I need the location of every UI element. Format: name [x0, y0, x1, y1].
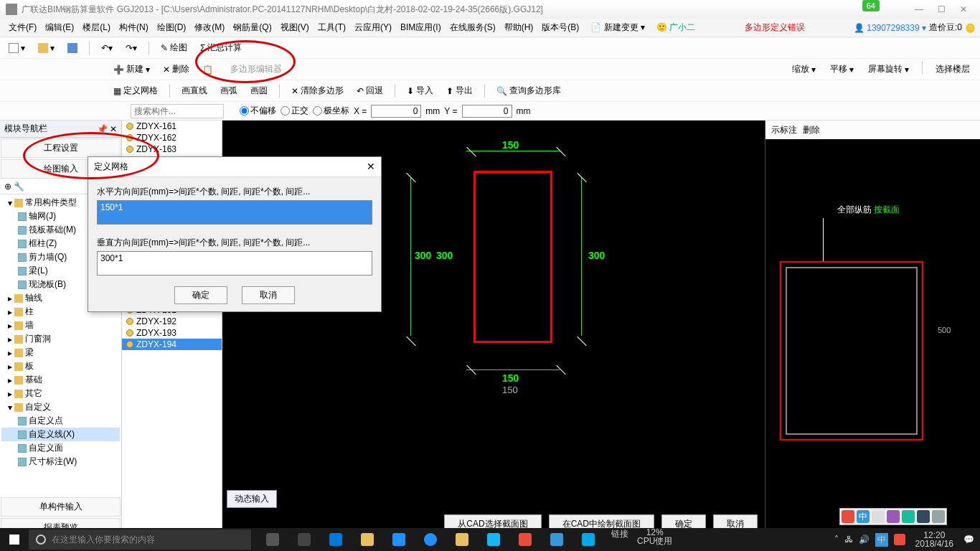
- tree-item[interactable]: ▸ 梁: [1, 346, 120, 359]
- tray-ime-icon[interactable]: 中: [875, 533, 888, 547]
- export-button[interactable]: ⬆ 导出: [442, 83, 477, 98]
- taskbar-search[interactable]: 在这里输入你要搜索的内容: [29, 529, 251, 550]
- draw-arc-button[interactable]: 画弧: [216, 83, 242, 98]
- dynamic-input-toggle[interactable]: 动态输入: [227, 490, 277, 508]
- maximize-button[interactable]: ☐: [938, 4, 946, 14]
- component-search[interactable]: [131, 104, 224, 118]
- cpu-meter[interactable]: 12% CPU使用: [637, 528, 672, 551]
- menu-item[interactable]: 在线服务(S): [446, 21, 500, 34]
- tb-explorer[interactable]: [448, 528, 476, 551]
- draw-line-button[interactable]: 画直线: [177, 83, 212, 98]
- ime-keyboard-icon[interactable]: [902, 510, 915, 523]
- tb-link[interactable]: 链接: [606, 528, 634, 551]
- tb-browser1[interactable]: [385, 528, 413, 551]
- tray-network-icon[interactable]: 🖧: [844, 534, 853, 545]
- y-input[interactable]: [462, 105, 512, 118]
- dialog-cancel-button[interactable]: 取消: [242, 286, 295, 304]
- query-polygon-button[interactable]: 🔍 查询多边形库: [492, 83, 565, 98]
- rotate-screen-button[interactable]: 屏幕旋转 ▾: [864, 62, 913, 77]
- ime-toolbar[interactable]: 中: [839, 508, 947, 525]
- zoom-button[interactable]: 缩放 ▾: [788, 62, 820, 77]
- menu-item[interactable]: 版本号(B): [537, 21, 583, 34]
- taskbar-clock[interactable]: 12:20 2018/4/16: [911, 531, 958, 548]
- tb-ie[interactable]: [416, 528, 445, 551]
- ime-punct-icon[interactable]: [872, 510, 885, 523]
- copy-icon[interactable]: 📋: [198, 63, 217, 76]
- clear-polygon-button[interactable]: ✕ 清除多边形: [287, 83, 348, 98]
- list-item[interactable]: ZDYX-193: [122, 327, 222, 339]
- account-id[interactable]: 👤 13907298339 ▾: [854, 23, 926, 33]
- menu-item[interactable]: 编辑(E): [41, 21, 78, 34]
- tb-folder[interactable]: [353, 528, 382, 551]
- menu-item[interactable]: 云应用(Y): [350, 21, 396, 34]
- menu-item[interactable]: 帮助(H): [500, 21, 538, 34]
- right-delete-button[interactable]: 删除: [803, 124, 820, 136]
- tree-item[interactable]: ▸ 门窗洞: [1, 332, 120, 346]
- tree-item[interactable]: ▸ 墙: [1, 319, 120, 332]
- open-file-button[interactable]: ▾: [34, 42, 59, 55]
- tree-item[interactable]: 自定义线(X): [1, 428, 120, 441]
- menu-item[interactable]: 视图(V): [276, 21, 314, 34]
- ime-cn-icon[interactable]: 中: [857, 510, 870, 523]
- menu-user[interactable]: 🙂 广小二: [652, 20, 699, 35]
- section-single-input[interactable]: 单构件输入: [1, 497, 121, 517]
- sub-new-button[interactable]: ➕ 新建 ▾: [109, 62, 154, 77]
- import-button[interactable]: ⬇ 导入: [402, 83, 438, 98]
- sogou-icon[interactable]: [842, 510, 854, 523]
- ime-emoji-icon[interactable]: [887, 510, 900, 523]
- no-offset-radio[interactable]: 不偏移: [240, 105, 276, 117]
- menu-item[interactable]: 楼层(L): [78, 21, 115, 34]
- menu-item[interactable]: 修改(M): [190, 21, 229, 34]
- list-item[interactable]: ZDYX-194: [122, 339, 222, 350]
- show-label-toggle[interactable]: 示标注: [771, 124, 797, 136]
- menu-item[interactable]: 绘图(D): [153, 21, 191, 34]
- x-input[interactable]: [371, 105, 421, 118]
- menu-item[interactable]: 构件(N): [115, 21, 153, 34]
- tree-item[interactable]: 自定义面: [1, 441, 120, 455]
- sub-delete-button[interactable]: ✕ 删除: [159, 62, 194, 77]
- tb-edge[interactable]: [321, 528, 350, 551]
- define-grid-button[interactable]: ▦ 定义网格: [109, 83, 162, 98]
- dialog-ok-button[interactable]: 确定: [174, 286, 227, 304]
- menu-new-change[interactable]: 📄 新建变更 ▾: [586, 20, 649, 35]
- tb-glodon[interactable]: [574, 528, 603, 551]
- list-item[interactable]: ZDYX-162: [122, 132, 222, 143]
- v-spacing-input[interactable]: [97, 251, 372, 276]
- pan-button[interactable]: 平移 ▾: [826, 62, 858, 77]
- start-button[interactable]: [0, 528, 29, 551]
- tree-item[interactable]: 自定义点: [1, 414, 120, 428]
- polar-radio[interactable]: 极坐标: [313, 105, 349, 117]
- tray-volume-icon[interactable]: 🔊: [859, 534, 870, 545]
- minimize-button[interactable]: —: [915, 4, 923, 14]
- menu-item[interactable]: 工具(T): [314, 21, 350, 34]
- tray-up-icon[interactable]: ˄: [834, 534, 839, 545]
- ime-user-icon[interactable]: [932, 510, 945, 523]
- undo-button[interactable]: ↶▾: [97, 42, 117, 55]
- system-tray[interactable]: ˄ 🖧 🔊 中 12:20 2018/4/16 💬: [829, 531, 980, 548]
- ime-settings-icon[interactable]: [917, 510, 930, 523]
- tray-sogou-icon[interactable]: [894, 534, 905, 545]
- menu-item[interactable]: 钢筋量(Q): [229, 21, 275, 34]
- list-item[interactable]: ZDYX-161: [122, 121, 222, 132]
- redo-button[interactable]: ↷▾: [121, 42, 141, 55]
- tb-app2[interactable]: [511, 528, 540, 551]
- new-file-button[interactable]: ▾: [4, 42, 29, 55]
- tree-item[interactable]: ▾ 自定义: [1, 400, 120, 414]
- tb-qq[interactable]: [479, 528, 508, 551]
- tree-item[interactable]: ▸ 其它: [1, 387, 120, 400]
- task-view-icon[interactable]: [258, 528, 287, 551]
- draw-toggle[interactable]: ✎ 绘图: [156, 40, 192, 55]
- ortho-radio[interactable]: 正交: [281, 105, 308, 117]
- menu-item[interactable]: 文件(F): [4, 21, 41, 34]
- action-center-icon[interactable]: 💬: [963, 534, 974, 545]
- select-floor-button[interactable]: 选择楼层: [931, 62, 974, 77]
- save-button[interactable]: [63, 42, 82, 55]
- section-project-settings[interactable]: 工程设置: [1, 138, 121, 158]
- back-button[interactable]: ↶ 回退: [352, 83, 387, 98]
- sum-button[interactable]: Σ 汇总计算: [196, 40, 246, 55]
- list-item[interactable]: ZDYX-163: [122, 143, 222, 155]
- pin-icon[interactable]: 📌 ✕: [97, 124, 117, 134]
- tb-app3[interactable]: [542, 528, 571, 551]
- tb-app1[interactable]: [290, 528, 319, 551]
- tree-item[interactable]: ▸ 基础: [1, 373, 120, 387]
